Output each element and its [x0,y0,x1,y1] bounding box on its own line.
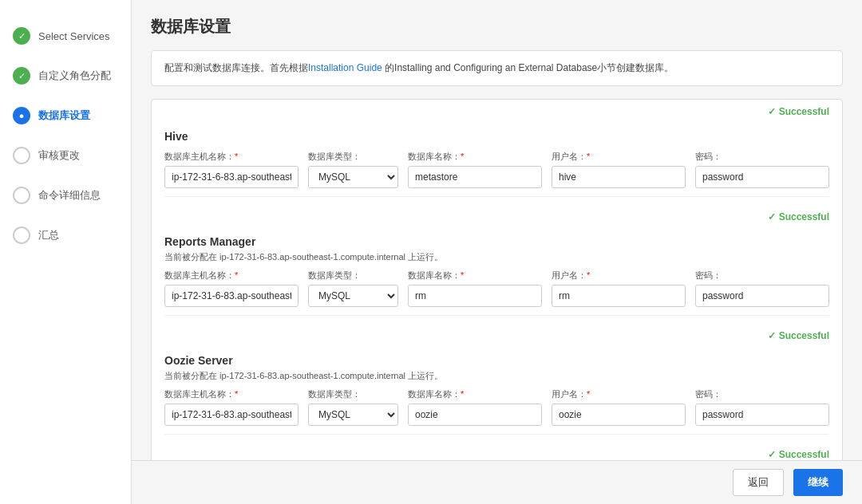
oozie-host-group: 数据库主机名称：* [164,388,299,426]
sidebar: ✓ Select Services ✓ 自定义角色分配 ● 数据库设置 审核更改… [0,0,132,504]
sidebar-label-customize-roles: 自定义角色分配 [38,69,111,83]
oozie-dbtype-select[interactable]: MySQL PostgreSQL Oracle [308,404,398,426]
oozie-password-input[interactable] [695,404,829,426]
rm-host-group: 数据库主机名称：* [164,270,299,307]
oozie-password-label: 密码： [695,388,829,400]
sidebar-label-summary: 汇总 [38,228,59,242]
hive-host-input[interactable] [164,166,299,188]
sidebar-label-db-settings: 数据库设置 [38,108,90,123]
sidebar-item-db-settings[interactable]: ● 数据库设置 [0,96,131,136]
hive-password-input[interactable] [695,166,829,188]
oozie-host-input[interactable] [164,404,299,426]
main-content: 数据库设置 配置和测试数据库连接。首先根据Installation Guide … [132,0,862,504]
reports-manager-section: ✓ Successful Reports Manager 当前被分配在 ip-1… [164,205,829,307]
sidebar-item-command-details[interactable]: 命令详细信息 [0,175,131,215]
rm-dbtype-label: 数据库类型： [308,270,398,282]
sidebar-item-summary[interactable]: 汇总 [0,215,131,255]
hive-password-group: 密码： [695,151,829,188]
oozie-form-row: 数据库主机名称：* 数据库类型： MySQL PostgreSQL Oracle… [164,388,829,426]
step-circle-2: ✓ [13,67,30,85]
hive-dbtype-select[interactable]: MySQL PostgreSQL Oracle [308,166,398,188]
hive-host-label: 数据库主机名称：* [164,151,299,163]
sidebar-label-command-details: 命令详细信息 [38,188,101,203]
info-box: 配置和测试数据库连接。首先根据Installation Guide 的Insta… [151,50,843,86]
oozie-dbname-label: 数据库名称：* [408,388,542,400]
hive-section: ✓ Successful Hive 数据库主机名称：* 数据库类型： MySQL… [164,100,829,188]
hive-dbname-group: 数据库名称：* [408,151,542,188]
oozie-dbname-input[interactable] [408,404,542,426]
hive-success: ✓ Successful [164,100,829,120]
oozie-username-label: 用户名：* [552,388,686,400]
oozie-dbname-group: 数据库名称：* [408,388,542,426]
hive-username-input[interactable] [552,166,686,188]
oozie-username-input[interactable] [552,404,686,426]
rm-username-group: 用户名：* [552,270,686,307]
rm-note: 当前被分配在 ip-172-31-6-83.ap-southeast-1.com… [164,251,829,263]
hive-password-label: 密码： [695,151,829,163]
hive-header: Hive [164,120,829,146]
hive-host-group: 数据库主机名称：* [164,151,299,188]
sidebar-label-select-services: Select Services [38,30,110,42]
hive-form-row: 数据库主机名称：* 数据库类型： MySQL PostgreSQL Oracle… [164,151,829,188]
step-circle-1: ✓ [13,27,30,45]
step-circle-5 [13,187,30,204]
step-circle-6 [13,226,30,244]
hive-dbname-input[interactable] [408,166,542,188]
page-title: 数据库设置 [151,16,843,37]
oozie-dbtype-group: 数据库类型： MySQL PostgreSQL Oracle [308,388,398,426]
hive-dbtype-group: 数据库类型： MySQL PostgreSQL Oracle [308,151,398,188]
rm-header: Reports Manager [164,226,829,251]
rm-password-input[interactable] [695,285,829,307]
rm-dbname-input[interactable] [408,285,542,307]
oozie-section: ✓ Successful Oozie Server 当前被分配在 ip-172-… [164,324,829,426]
sidebar-item-customize-roles[interactable]: ✓ 自定义角色分配 [0,56,131,96]
sidebar-item-select-services[interactable]: ✓ Select Services [0,16,131,56]
hive-dbname-label: 数据库名称：* [408,151,542,163]
rm-dbname-label: 数据库名称：* [408,270,542,282]
hive-username-label: 用户名：* [552,151,686,163]
rm-dbtype-group: 数据库类型： MySQL PostgreSQL Oracle [308,270,398,307]
info-text2: 的Installing and Configuring an External … [385,62,674,73]
step-circle-4 [13,147,30,164]
oozie-host-label: 数据库主机名称：* [164,388,299,400]
rm-password-label: 密码： [695,270,829,282]
oozie-success: ✓ Successful [164,324,829,345]
rm-host-label: 数据库主机名称：* [164,270,299,282]
oozie-username-group: 用户名：* [552,388,686,426]
oozie-dbtype-label: 数据库类型： [308,388,398,400]
sidebar-label-review-changes: 审核更改 [38,148,80,163]
back-button[interactable]: 返回 [733,469,784,496]
bottom-bar: 返回 继续 [132,460,862,504]
rm-dbname-group: 数据库名称：* [408,270,542,307]
rm-form-row: 数据库主机名称：* 数据库类型： MySQL PostgreSQL Oracle… [164,270,829,307]
rm-success: ✓ Successful [164,205,829,226]
rm-dbtype-select[interactable]: MySQL PostgreSQL Oracle [308,285,398,307]
sidebar-item-review-changes[interactable]: 审核更改 [0,136,131,175]
db-sections-panel: ✓ Successful Hive 数据库主机名称：* 数据库类型： MySQL… [151,99,843,504]
step-circle-3: ● [13,107,30,124]
info-link[interactable]: Installation Guide [308,62,382,73]
oozie-header: Oozie Server [164,345,829,370]
oozie-password-group: 密码： [695,388,829,426]
info-text: 配置和测试数据库连接。首先根据 [164,62,308,73]
rm-username-input[interactable] [552,285,686,307]
hive-username-group: 用户名：* [552,151,686,188]
continue-button[interactable]: 继续 [793,469,843,496]
oozie-note: 当前被分配在 ip-172-31-6-83.ap-southeast-1.com… [164,370,829,382]
rm-host-input[interactable] [164,285,299,307]
hive-dbtype-label: 数据库类型： [308,151,398,163]
rm-username-label: 用户名：* [552,270,686,282]
rm-password-group: 密码： [695,270,829,307]
